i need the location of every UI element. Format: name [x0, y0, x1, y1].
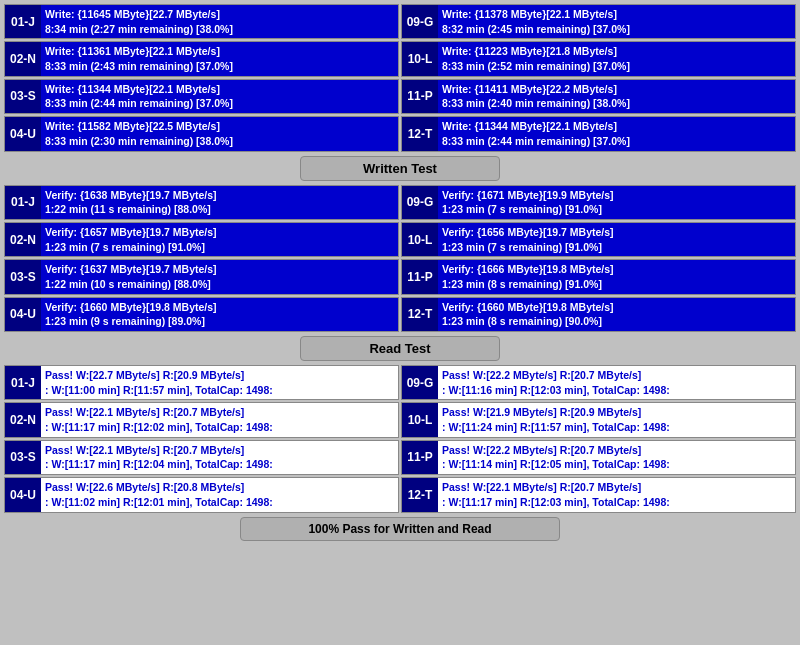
device-info: Write: {11223 MByte}[21.8 MByte/s]8:33 m…: [438, 42, 795, 75]
device-label: 09-G: [402, 366, 438, 399]
device-info: Pass! W:[22.6 MByte/s] R:[20.8 MByte/s]:…: [41, 478, 398, 511]
device-info: Verify: {1657 MByte}[19.7 MByte/s]1:23 m…: [41, 223, 398, 256]
device-cell-01j: 01-JWrite: {11645 MByte}[22.7 MByte/s]8:…: [4, 4, 399, 39]
device-label: 03-S: [5, 260, 41, 293]
device-info: Pass! W:[22.1 MByte/s] R:[20.7 MByte/s]:…: [41, 441, 398, 474]
pass-grid: 01-JPass! W:[22.7 MByte/s] R:[20.9 MByte…: [4, 365, 796, 513]
read-test-header: Read Test: [300, 336, 500, 361]
device-info: Write: {11411 MByte}[22.2 MByte/s]8:33 m…: [438, 80, 795, 113]
device-label: 02-N: [5, 223, 41, 256]
device-label: 12-T: [402, 117, 438, 150]
device-label: 01-J: [5, 186, 41, 219]
device-label: 02-N: [5, 403, 41, 436]
device-label: 03-S: [5, 80, 41, 113]
device-cell-10l: 10-LVerify: {1656 MByte}[19.7 MByte/s]1:…: [401, 222, 796, 257]
device-label: 11-P: [402, 441, 438, 474]
device-cell-11p: 11-PVerify: {1666 MByte}[19.8 MByte/s]1:…: [401, 259, 796, 294]
device-cell-04u: 04-UWrite: {11582 MByte}[22.5 MByte/s]8:…: [4, 116, 399, 151]
device-info: Pass! W:[22.1 MByte/s] R:[20.7 MByte/s]:…: [438, 478, 795, 511]
device-label: 09-G: [402, 5, 438, 38]
device-cell-02n: 02-NWrite: {11361 MByte}[22.1 MByte/s]8:…: [4, 41, 399, 76]
device-label: 10-L: [402, 42, 438, 75]
device-info: Pass! W:[22.7 MByte/s] R:[20.9 MByte/s]:…: [41, 366, 398, 399]
device-cell-03s: 03-SPass! W:[22.1 MByte/s] R:[20.7 MByte…: [4, 440, 399, 475]
device-info: Write: {11344 MByte}[22.1 MByte/s]8:33 m…: [438, 117, 795, 150]
device-cell-03s: 03-SVerify: {1637 MByte}[19.7 MByte/s]1:…: [4, 259, 399, 294]
device-label: 12-T: [402, 298, 438, 331]
device-label: 11-P: [402, 80, 438, 113]
device-label: 03-S: [5, 441, 41, 474]
device-label: 09-G: [402, 186, 438, 219]
device-info: Write: {11361 MByte}[22.1 MByte/s]8:33 m…: [41, 42, 398, 75]
write-section: 01-JWrite: {11645 MByte}[22.7 MByte/s]8:…: [4, 4, 796, 181]
device-info: Write: {11582 MByte}[22.5 MByte/s]8:33 m…: [41, 117, 398, 150]
main-container: 01-JWrite: {11645 MByte}[22.7 MByte/s]8:…: [0, 0, 800, 545]
footer-bar: 100% Pass for Written and Read: [240, 517, 560, 541]
device-cell-09g: 09-GWrite: {11378 MByte}[22.1 MByte/s]8:…: [401, 4, 796, 39]
device-info: Write: {11344 MByte}[22.1 MByte/s]8:33 m…: [41, 80, 398, 113]
write-grid: 01-JWrite: {11645 MByte}[22.7 MByte/s]8:…: [4, 4, 796, 152]
device-label: 04-U: [5, 298, 41, 331]
device-cell-10l: 10-LWrite: {11223 MByte}[21.8 MByte/s]8:…: [401, 41, 796, 76]
pass-section: 01-JPass! W:[22.7 MByte/s] R:[20.9 MByte…: [4, 365, 796, 513]
device-label: 01-J: [5, 5, 41, 38]
verify-section: 01-JVerify: {1638 MByte}[19.7 MByte/s]1:…: [4, 185, 796, 362]
device-cell-02n: 02-NVerify: {1657 MByte}[19.7 MByte/s]1:…: [4, 222, 399, 257]
device-info: Verify: {1656 MByte}[19.7 MByte/s]1:23 m…: [438, 223, 795, 256]
device-cell-11p: 11-PPass! W:[22.2 MByte/s] R:[20.7 MByte…: [401, 440, 796, 475]
device-info: Pass! W:[22.2 MByte/s] R:[20.7 MByte/s]:…: [438, 441, 795, 474]
device-info: Write: {11378 MByte}[22.1 MByte/s]8:32 m…: [438, 5, 795, 38]
device-label: 10-L: [402, 403, 438, 436]
device-info: Pass! W:[21.9 MByte/s] R:[20.9 MByte/s]:…: [438, 403, 795, 436]
device-info: Pass! W:[22.2 MByte/s] R:[20.7 MByte/s]:…: [438, 366, 795, 399]
device-label: 04-U: [5, 117, 41, 150]
device-cell-01j: 01-JVerify: {1638 MByte}[19.7 MByte/s]1:…: [4, 185, 399, 220]
device-cell-02n: 02-NPass! W:[22.1 MByte/s] R:[20.7 MByte…: [4, 402, 399, 437]
device-cell-12t: 12-TPass! W:[22.1 MByte/s] R:[20.7 MByte…: [401, 477, 796, 512]
device-label: 04-U: [5, 478, 41, 511]
device-cell-10l: 10-LPass! W:[21.9 MByte/s] R:[20.9 MByte…: [401, 402, 796, 437]
device-info: Verify: {1638 MByte}[19.7 MByte/s]1:22 m…: [41, 186, 398, 219]
device-label: 12-T: [402, 478, 438, 511]
device-info: Write: {11645 MByte}[22.7 MByte/s]8:34 m…: [41, 5, 398, 38]
device-cell-01j: 01-JPass! W:[22.7 MByte/s] R:[20.9 MByte…: [4, 365, 399, 400]
device-info: Verify: {1671 MByte}[19.9 MByte/s]1:23 m…: [438, 186, 795, 219]
device-label: 02-N: [5, 42, 41, 75]
device-label: 11-P: [402, 260, 438, 293]
device-cell-11p: 11-PWrite: {11411 MByte}[22.2 MByte/s]8:…: [401, 79, 796, 114]
device-info: Pass! W:[22.1 MByte/s] R:[20.7 MByte/s]:…: [41, 403, 398, 436]
device-info: Verify: {1666 MByte}[19.8 MByte/s]1:23 m…: [438, 260, 795, 293]
device-info: Verify: {1637 MByte}[19.7 MByte/s]1:22 m…: [41, 260, 398, 293]
written-test-header: Written Test: [300, 156, 500, 181]
device-cell-04u: 04-UVerify: {1660 MByte}[19.8 MByte/s]1:…: [4, 297, 399, 332]
device-label: 01-J: [5, 366, 41, 399]
device-cell-09g: 09-GVerify: {1671 MByte}[19.9 MByte/s]1:…: [401, 185, 796, 220]
device-info: Verify: {1660 MByte}[19.8 MByte/s]1:23 m…: [438, 298, 795, 331]
device-cell-12t: 12-TVerify: {1660 MByte}[19.8 MByte/s]1:…: [401, 297, 796, 332]
device-cell-12t: 12-TWrite: {11344 MByte}[22.1 MByte/s]8:…: [401, 116, 796, 151]
device-cell-09g: 09-GPass! W:[22.2 MByte/s] R:[20.7 MByte…: [401, 365, 796, 400]
device-label: 10-L: [402, 223, 438, 256]
device-info: Verify: {1660 MByte}[19.8 MByte/s]1:23 m…: [41, 298, 398, 331]
device-cell-04u: 04-UPass! W:[22.6 MByte/s] R:[20.8 MByte…: [4, 477, 399, 512]
verify-grid: 01-JVerify: {1638 MByte}[19.7 MByte/s]1:…: [4, 185, 796, 333]
device-cell-03s: 03-SWrite: {11344 MByte}[22.1 MByte/s]8:…: [4, 79, 399, 114]
